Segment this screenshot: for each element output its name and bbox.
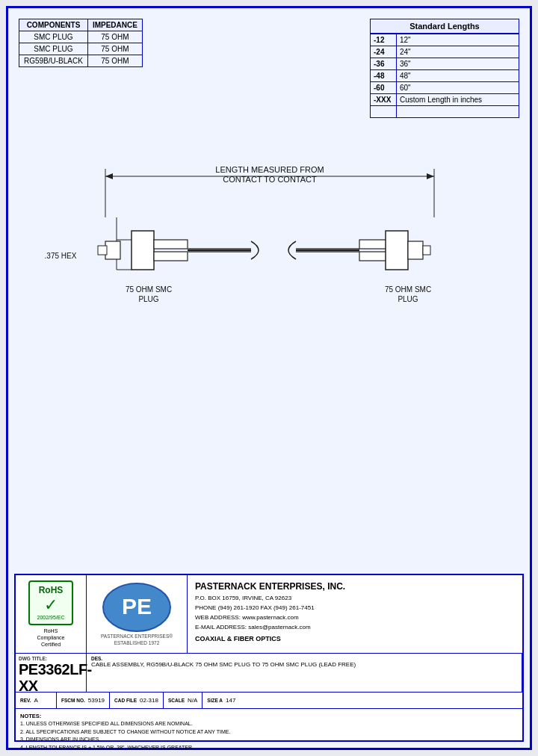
pe-established: PASTERNACK ENTERPRISES® ESTABLISHED 1972 (101, 633, 173, 646)
length-code: -12 (371, 34, 397, 46)
length-value: 36" (397, 58, 519, 70)
pe-logo-svg: PE (102, 582, 173, 633)
desc-label: DES. (91, 656, 517, 661)
svg-text:75 OHM SMC: 75 OHM SMC (385, 285, 431, 294)
component-name: SMC PLUG (19, 43, 88, 55)
rev-cell: REV. A (16, 693, 57, 708)
list-item: -48 48" (371, 70, 519, 82)
cad-value: 02-318 (140, 697, 158, 704)
svg-marker-2 (427, 173, 434, 179)
list-item: -36 36" (371, 58, 519, 70)
list-item: -60 60" (371, 82, 519, 94)
rohs-badge: RoHS ✓ 2002/95/EC (28, 580, 73, 625)
technical-drawing: LENGTH MEASURED FROM CONTACT TO CONTACT … (19, 120, 536, 486)
svg-rect-22 (386, 231, 408, 270)
company-web: WEB ADDRESS: www.pasternack.com (195, 613, 515, 623)
fscm-cell: FSCM NO. 53919 (57, 693, 110, 708)
svg-text:LENGTH MEASURED FROM: LENGTH MEASURED FROM (215, 165, 324, 174)
description-cell: DES. CABLE ASSEMBLY, RG59B/U-BLACK 75 OH… (87, 654, 522, 692)
cad-cell: CAD FILE 02-318 (110, 693, 164, 708)
svg-text:PLUG: PLUG (398, 295, 418, 303)
company-email: E-MAIL ADDRESS: sales@pasternack.com (195, 623, 515, 633)
svg-rect-13 (154, 252, 188, 261)
outer-border: COMPONENTS IMPEDANCE SMC PLUG 75 OHM SMC… (6, 6, 532, 750)
svg-rect-24 (423, 246, 430, 255)
standard-lengths-section: Standard Lengths -12 12" -24 24" -36 36"… (370, 19, 519, 118)
length-code (371, 106, 397, 118)
svg-text:PE: PE (121, 594, 151, 619)
length-code: -XXX (371, 94, 397, 106)
lengths-table: -12 12" -24 24" -36 36" -48 48" -60 60" … (370, 34, 519, 118)
svg-rect-23 (408, 241, 423, 259)
list-item (371, 106, 519, 118)
table-row: RG59B/U-BLACK 75 OHM (19, 55, 143, 67)
size-label: SIZE A (207, 698, 223, 703)
note-2: 2. ALL SPECIFICATIONS ARE SUBJECT TO CHA… (20, 728, 518, 737)
svg-rect-11 (132, 231, 154, 270)
list-item: -12 12" (371, 34, 519, 46)
svg-text:CONTACT TO CONTACT: CONTACT TO CONTACT (223, 175, 317, 184)
description-text: CABLE ASSEMBLY, RG59B/U-BLACK 75 OHM SMC… (91, 661, 517, 668)
length-code: -36 (371, 58, 397, 70)
note-4: 4. LENGTH TOLERANCE IS ± 1.5% OR .38", W… (20, 744, 518, 752)
dwg-title-label: DWG TITLE: (19, 656, 83, 661)
components-table: COMPONENTS IMPEDANCE SMC PLUG 75 OHM SMC… (19, 19, 143, 67)
svg-marker-1 (105, 173, 113, 179)
dwg-title-cell: DWG TITLE: PE3362LF-XX (16, 654, 87, 692)
svg-rect-12 (154, 240, 188, 249)
pe-logo-section: PE PASTERNACK ENTERPRISES® ESTABLISHED 1… (87, 575, 188, 653)
length-code: -48 (371, 70, 397, 82)
scale-label: SCALE (168, 698, 185, 703)
rev-label: REV. (20, 698, 31, 703)
part-number: PE3362LF-XX (19, 661, 83, 694)
svg-text:PLUG: PLUG (138, 295, 158, 303)
company-phone: PHONE (949) 261-1920 FAX (949) 261-7451 (195, 604, 515, 613)
table-row: SMC PLUG 75 OHM (19, 31, 143, 43)
impedance-value: 75 OHM (87, 31, 142, 43)
rohs-label: RoHS (39, 585, 64, 595)
rev-value: A (34, 697, 38, 704)
table-row: SMC PLUG 75 OHM (19, 43, 143, 55)
company-address: P.O. BOX 16759, IRVINE, CA 92623 (195, 594, 515, 604)
scale-value: N/A (188, 697, 197, 704)
size-value: 147 (226, 697, 235, 704)
rohs-caption: RoHSComplianceCertified (37, 628, 65, 648)
length-value: 24" (397, 46, 519, 58)
rohs-checkmark: ✓ (44, 595, 58, 615)
length-code: -60 (371, 82, 397, 94)
length-value (397, 106, 519, 118)
company-tagline: COAXIAL & FIBER OPTICS (195, 633, 515, 644)
impedance-value: 75 OHM (87, 43, 142, 55)
size-cell: SIZE A 147 (202, 693, 240, 708)
fscm-label: FSCM NO. (61, 698, 85, 703)
drawing-title-row: DWG TITLE: PE3362LF-XX DES. CABLE ASSEMB… (16, 654, 522, 693)
note-3: 3. DIMENSIONS ARE IN INCHES. (20, 736, 518, 744)
length-value: 48" (397, 70, 519, 82)
components-header: COMPONENTS (19, 19, 88, 31)
svg-text:75 OHM SMC: 75 OHM SMC (126, 285, 172, 294)
svg-text:.375 HEX: .375 HEX (45, 252, 77, 260)
notes-title: NOTES: (20, 712, 518, 720)
lengths-title: Standard Lengths (370, 19, 519, 34)
cad-label: CAD FILE (114, 698, 137, 703)
impedance-value: 75 OHM (87, 55, 142, 67)
scale-cell: SCALE N/A (164, 693, 202, 708)
fscm-value: 53919 (88, 697, 105, 704)
rohs-number: 2002/95/EC (37, 615, 65, 620)
rev-row: REV. A FSCM NO. 53919 CAD FILE 02-318 SC… (16, 693, 522, 709)
notes-section: NOTES: 1. UNLESS OTHERWISE SPECIFIED ALL… (16, 709, 522, 755)
rohs-section: RoHS ✓ 2002/95/EC RoHSComplianceCertifie… (16, 575, 87, 653)
component-name: RG59B/U-BLACK (19, 55, 88, 67)
length-code: -24 (371, 46, 397, 58)
length-value: Custom Length in inches (397, 94, 519, 106)
company-name: PASTERNACK ENTERPRISES, INC. (195, 580, 515, 594)
svg-rect-25 (105, 241, 120, 259)
company-info: PASTERNACK ENTERPRISES, INC. P.O. BOX 16… (188, 575, 522, 653)
component-name: SMC PLUG (19, 31, 88, 43)
list-item: -24 24" (371, 46, 519, 58)
svg-rect-26 (98, 246, 107, 255)
length-value: 60" (397, 82, 519, 94)
length-value: 12" (397, 34, 519, 46)
title-block: RoHS ✓ 2002/95/EC RoHSComplianceCertifie… (14, 574, 524, 742)
impedance-header: IMPEDANCE (87, 19, 142, 31)
